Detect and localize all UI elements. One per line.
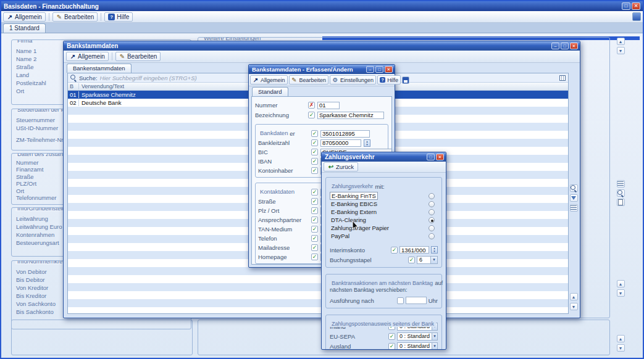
field-label: Straße xyxy=(258,198,309,205)
valid-checkbox[interactable]: ✓ xyxy=(311,254,318,260)
valid-checkbox[interactable]: ✓ xyxy=(388,333,395,340)
bankleitzahl-input[interactable] xyxy=(320,139,361,147)
edit-menu-bearbeiten[interactable]: ✎ Bearbeiten xyxy=(289,75,329,85)
tab-1-standard[interactable]: 1 Standard xyxy=(3,23,46,33)
invalid-checkbox[interactable]: ✗ xyxy=(308,102,315,109)
radio-button[interactable] xyxy=(429,233,435,239)
nummer-input[interactable] xyxy=(317,102,340,109)
option-ebanking-fints[interactable]: E-Banking FinTS xyxy=(330,192,438,200)
scroll-down-icon[interactable]: ▼ xyxy=(617,47,625,54)
info-text: nächsten Banktag verschieben: xyxy=(330,287,438,294)
maximize-icon[interactable]: □ xyxy=(375,66,383,73)
menu-allgemein[interactable]: ↗ Allgemein xyxy=(3,12,46,22)
close-icon[interactable]: ✕ xyxy=(632,2,640,10)
eu-sepa-select[interactable]: 0 : Standard ▾ xyxy=(397,332,438,340)
ausland-select[interactable]: 0 : Standard ▾ xyxy=(397,342,438,350)
ausfuehrung-input[interactable] xyxy=(406,297,427,304)
scroll-down-icon[interactable]: ▼ xyxy=(570,303,578,310)
close-icon[interactable]: ✕ xyxy=(436,154,444,160)
check-icon: ✓ xyxy=(312,254,317,260)
menu-label: Einstellungen xyxy=(340,77,374,83)
main-titlebar[interactable]: Basisdaten - Finanzbuchhaltung □ ✕ xyxy=(1,1,643,11)
empty-checkbox[interactable] xyxy=(397,297,404,304)
valid-checkbox[interactable]: ✓ xyxy=(311,139,318,146)
filter-icon[interactable] xyxy=(570,194,578,202)
valid-checkbox[interactable]: ✓ xyxy=(311,130,318,137)
option-dta-clearing[interactable]: DTA-Clearing xyxy=(330,216,438,224)
valid-checkbox[interactable]: ✓ xyxy=(311,149,318,155)
option-zahlungstraeger-papier[interactable]: Zahlungsträger Papier xyxy=(330,224,438,232)
spinner[interactable]: ▴ ▾ xyxy=(364,139,370,147)
valid-checkbox[interactable]: ✓ xyxy=(388,343,395,350)
valid-checkbox[interactable]: ✓ xyxy=(391,247,398,254)
maximize-icon[interactable]: □ xyxy=(561,43,569,49)
scroll-up-icon[interactable]: ▲ xyxy=(617,335,625,342)
menu-bearbeiten[interactable]: ✎ Bearbeiten xyxy=(52,12,98,22)
scroll-up-icon[interactable]: ▲ xyxy=(617,280,625,287)
kontonummer-input[interactable] xyxy=(320,130,370,138)
edit-menu-einstellungen[interactable]: ⚙ Einstellungen xyxy=(330,75,376,85)
valid-checkbox[interactable]: ✓ xyxy=(311,244,318,251)
valid-checkbox[interactable]: ✓ xyxy=(308,112,315,118)
bank-window-titlebar[interactable]: Bankstammdaten – □ ✕ xyxy=(64,41,580,51)
row-number: 01 xyxy=(68,91,79,98)
radio-button[interactable] xyxy=(429,193,435,199)
tab-bankenstammdaten[interactable]: Bankenstammdaten xyxy=(67,64,132,73)
maximize-icon[interactable]: □ xyxy=(622,2,630,10)
close-icon[interactable]: ✕ xyxy=(385,66,393,73)
allgemein-icon: ↗ xyxy=(70,53,76,60)
page-icon[interactable] xyxy=(617,199,625,206)
save-icon[interactable] xyxy=(402,76,409,84)
application-window: Basisdaten - Finanzbuchhaltung □ ✕ ↗ All… xyxy=(0,0,644,359)
column-header-b[interactable]: B xyxy=(68,83,79,89)
valid-checkbox[interactable]: ✓ xyxy=(408,257,415,263)
interimskonto-input[interactable] xyxy=(399,246,429,254)
list-icon[interactable] xyxy=(617,180,625,188)
radio-button-selected[interactable] xyxy=(429,217,435,223)
valid-checkbox[interactable]: ✓ xyxy=(311,158,318,165)
bank-menu-allgemein[interactable]: ↗ Allgemein xyxy=(66,52,109,61)
edit-window-titlebar[interactable]: Bankstammdaten - Erfassen/Ändern – □ ✕ xyxy=(249,65,395,74)
valid-checkbox[interactable]: ✓ xyxy=(311,217,318,223)
menu-hilfe[interactable]: ? Hilfe xyxy=(104,12,133,22)
valid-checkbox[interactable]: ✓ xyxy=(311,235,318,242)
back-button[interactable]: ↩ Zurück xyxy=(324,162,358,171)
layout-icon[interactable] xyxy=(632,12,641,21)
tab-standard[interactable]: Standard xyxy=(252,87,288,96)
valid-checkbox[interactable]: ✓ xyxy=(311,226,318,233)
radio-button[interactable] xyxy=(429,225,435,231)
radio-button[interactable] xyxy=(429,209,435,215)
option-paypal[interactable]: PayPal xyxy=(330,232,438,240)
minimize-icon[interactable]: – xyxy=(551,43,559,49)
scroll-up-icon[interactable]: ▲ xyxy=(570,293,578,300)
bezeichnung-input[interactable] xyxy=(317,112,384,119)
radio-button[interactable] xyxy=(429,201,435,207)
scroll-up-icon[interactable]: ▲ xyxy=(617,38,625,45)
close-icon[interactable]: ✕ xyxy=(570,43,578,49)
bank-menu-bearbeiten[interactable]: ✎ Bearbeiten xyxy=(115,52,161,61)
valid-checkbox[interactable]: ✓ xyxy=(311,207,318,214)
option-ebanking-extern[interactable]: E-Banking Extern xyxy=(330,208,438,216)
select-value: 0 : Standard xyxy=(398,333,432,340)
valid-checkbox[interactable]: ✓ xyxy=(311,167,318,174)
scroll-down-icon[interactable]: ▼ xyxy=(617,344,625,352)
field-label: Mailadresse xyxy=(258,244,309,251)
search-icon[interactable] xyxy=(617,189,625,197)
field-label: Plz / Ort xyxy=(258,207,309,214)
bank-window-title: Bankstammdaten xyxy=(67,43,550,49)
payment-window-titlebar[interactable]: Zahlungsverkehr □ ✕ xyxy=(322,152,446,162)
list-icon[interactable] xyxy=(570,204,578,212)
form-row-bezeichnung: Bezeichnung ✓ xyxy=(255,111,388,119)
search-icon[interactable] xyxy=(570,184,578,192)
valid-checkbox[interactable]: ✓ xyxy=(311,198,318,205)
minimize-icon[interactable]: – xyxy=(366,66,374,73)
spinner[interactable]: ▴ ▾ xyxy=(431,246,438,254)
edit-menu-hilfe[interactable]: ? Hilfe xyxy=(377,75,401,85)
buchungsstapel-select[interactable]: 6 ▾ xyxy=(417,256,438,264)
valid-checkbox[interactable]: ✓ xyxy=(311,189,318,196)
scroll-down-icon[interactable]: ▼ xyxy=(617,289,625,297)
option-ebanking-ebics[interactable]: E-Banking EBICS xyxy=(330,200,438,208)
columns-icon[interactable] xyxy=(559,75,566,81)
maximize-icon[interactable]: □ xyxy=(427,154,435,160)
edit-menu-allgemein[interactable]: ↗ Allgemein xyxy=(250,75,288,85)
